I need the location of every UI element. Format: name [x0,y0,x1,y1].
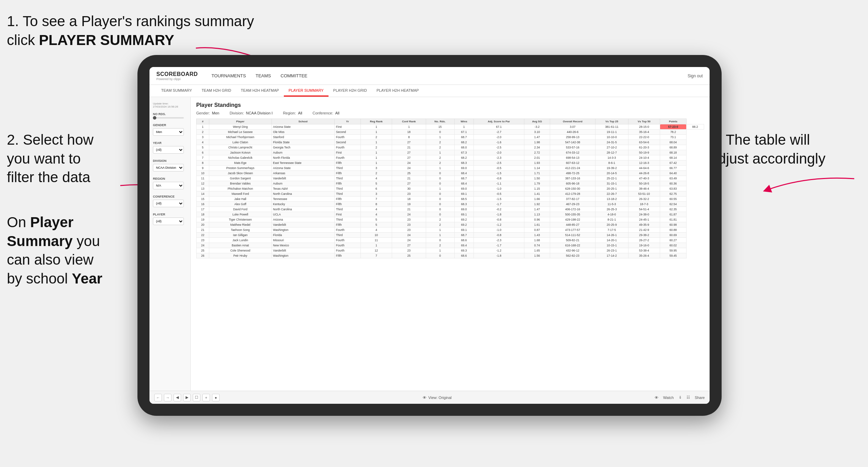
table-cell: Vanderbilt [271,222,334,227]
table-cell: 11 [360,238,392,243]
table-row[interactable]: 7Nicholas GabrelcikNorth FloridaFourth12… [197,155,704,160]
no-rds-slider-track [153,117,184,119]
tablet-frame: SCOREBOARD Powered by clippi TOURNAMENTS… [137,55,722,416]
sub-nav: TEAM SUMMARY TEAM H2H GRID TEAM H2H HEAT… [149,85,710,97]
subnav-team-h2h-grid[interactable]: TEAM H2H GRID [197,85,236,97]
table-cell: 1 [392,124,426,130]
download-icon[interactable]: ⇓ [679,395,682,400]
table-cell: 15 [197,197,209,202]
table-cell: Third [334,186,360,191]
player-select[interactable]: (All) [153,218,184,225]
table-row[interactable]: 13Phichaksn MaichonTexas A&MThird630169.… [197,186,704,191]
subnav-player-summary[interactable]: PLAYER SUMMARY [284,85,329,97]
copy-btn[interactable]: ☐ [193,394,200,401]
subnav-team-h2h-heatmap[interactable]: TEAM H2H HEATMAP [236,85,284,97]
subnav-team-summary[interactable]: TEAM SUMMARY [156,85,197,97]
table-cell: 67.1 [454,130,474,135]
division-select[interactable]: NCAA Division I [153,164,184,171]
table-cell: 2 [426,243,454,248]
table-row[interactable]: 15Jake HallTennesseeFifth718068.5-1.51.6… [197,197,704,202]
table-row[interactable]: 9Preston SummerhaysArizona StateThird324… [197,166,704,171]
table-row[interactable]: 8Mats EgeEast Tennessee StateFifth124268… [197,160,704,166]
table-row[interactable]: 1Wenyi DingArizona StateFirst1115167.1-3… [197,124,704,130]
table-cell: 68.2 [454,155,474,160]
table-cell: Jake Hall [209,197,271,202]
subnav-player-h2h-grid[interactable]: PLAYER H2H GRID [329,85,372,97]
table-row[interactable]: 3Michael ThorbjornsenStanfordFourth28168… [197,135,704,140]
table-row[interactable]: 19Tiger ChristensenArizonaThird523269.2-… [197,217,704,222]
table-cell: 3.07 [550,124,596,130]
table-cell: 68.04 [660,140,687,145]
table-row[interactable]: 17David FordNorth CarolinaThird421069.0-… [197,207,704,212]
filter-conference-val: All [335,111,339,115]
table-row[interactable]: 2Michael Le SasseeOle MissSecond118067.1… [197,130,704,135]
table-cell: Fourth [334,135,360,140]
annotation-instruction-bottom: On PlayerSummary you can also view by sc… [7,213,151,288]
table-cell: 26-25-3 [595,207,628,212]
nav-tournaments[interactable]: TOURNAMENTS [212,72,246,80]
view-label[interactable]: View: Original [429,396,452,400]
nav-teams[interactable]: TEAMS [256,72,271,80]
table-row[interactable]: 23Jack LundinMissouriFourth1124068.6-2.3… [197,238,704,243]
clock-btn[interactable]: ● [212,394,220,401]
redo-btn[interactable]: → [164,394,171,401]
prev-btn[interactable]: ◀ [174,394,181,401]
table-cell: 10 [360,233,392,238]
table-cell: Maxwell Ford [209,191,271,197]
table-row[interactable]: 16Alex GoffKentuckyFifth819068.3-1.71.92… [197,202,704,207]
nav-sign-out[interactable]: Sign out [688,74,703,78]
table-row[interactable]: 12Brendan ValdesAuburnFifth527068.4-1.11… [197,181,704,186]
table-cell: 29-38-2 [628,233,660,238]
table-cell: 67.1 [474,124,524,130]
table-cell: 2 [426,145,454,150]
table-cell: 1 [426,166,454,171]
no-rds-slider-thumb[interactable] [153,116,156,120]
subnav-player-h2h-heatmap[interactable]: PLAYER H2H HEATMAP [372,85,424,97]
table-cell: 14-3-3 [595,155,628,160]
table-row[interactable]: 11Gordon SargentVanderbiltThird421068.7-… [197,176,704,181]
table-cell: 60.88 [660,227,687,233]
year-select[interactable]: (All) [153,146,184,154]
table-cell: 562-82-23 [550,253,596,258]
table-row[interactable]: 21Taehoon SongWashingtonFourth423169.1-1… [197,227,704,233]
table-cell: 23 [392,191,426,197]
undo-btn[interactable]: ← [154,394,162,401]
table-cell: 3 [197,135,209,140]
table-cell: 24 [392,212,426,217]
watch-label[interactable]: Watch [663,396,674,400]
table-cell: 605-96-18 [550,181,596,186]
gender-select[interactable]: Men [153,128,184,136]
table-cell: Jacob Skov Olesen [209,171,271,176]
table-cell: Petr Hruby [209,253,271,258]
share-label[interactable]: Share [695,396,705,400]
table-cell: -2.3 [474,238,524,243]
table-cell: 69.1 [454,227,474,233]
table-row[interactable]: 25Cole SherwoodVanderbiltFourth1223169.3… [197,248,704,253]
table-cell: 53-38-4 [628,248,660,253]
table-cell: Stanford [271,135,334,140]
table-cell: 514-111-52 [550,233,596,238]
table-cell: 68.14 [660,155,687,160]
conference-select[interactable]: (All) [153,200,184,207]
table-row[interactable]: 5Christo LamprechtGeorgia TechFourth2212… [197,145,704,150]
table-row[interactable]: 18Luke PowellUCLAFirst424069.1-1.81.1350… [197,212,704,217]
table-cell: 26 [197,253,209,258]
table-cell: 1 [360,155,392,160]
table-row[interactable]: 24Bastien AmatNew MexicoFourth127269.4-1… [197,243,704,248]
paste-btn[interactable]: + [202,394,210,401]
table-row[interactable]: 22Ian GilliganFloridaThird1024168.7-0.81… [197,233,704,238]
region-select[interactable]: N/A [153,182,184,189]
table-row[interactable]: 26Petr HrubyWashingtonFifth725068.6-1.81… [197,253,704,258]
table-row[interactable]: 6Jackson KoivunAuburnFirst127167.3-2.02.… [197,150,704,155]
table-cell: 69.0 [454,166,474,171]
settings-icon[interactable]: ☷ [687,395,690,400]
next-btn[interactable]: ▶ [183,394,191,401]
table-row[interactable]: 20Matthew RiedelVanderbiltFifth523269.2-… [197,222,704,227]
table-cell: Tiger Christensen [209,217,271,222]
table-row[interactable]: 14Maxwell FordNorth CarolinaThird323069.… [197,191,704,197]
table-cell: 1.43 [524,233,550,238]
table-row[interactable]: 4Luke ClatonFlorida StateSecond127268.2-… [197,140,704,145]
nav-committee[interactable]: COMMITTEE [281,72,308,80]
table-row[interactable]: 10Jacob Skov OlesenArkansasFifth225068.4… [197,171,704,176]
table-cell: Fifth [334,197,360,202]
